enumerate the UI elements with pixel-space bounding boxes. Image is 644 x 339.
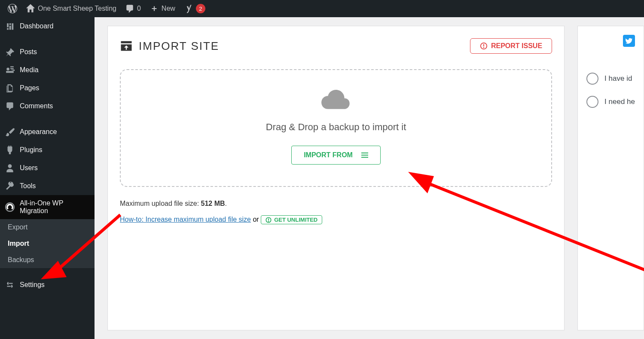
media-icon [5,65,15,75]
page-title: IMPORT SITE [120,40,219,53]
brush-icon [5,127,15,137]
notification-badge: 2 [196,4,205,13]
wordpress-icon [8,4,17,13]
submenu-import[interactable]: Import [0,235,95,252]
menu-appearance[interactable]: Appearance [0,123,95,141]
yoast-link[interactable]: 2 [180,0,210,17]
drop-instruction: Drag & Drop a backup to import it [129,122,543,133]
menu-settings[interactable]: Settings [0,276,95,294]
menu-plugins[interactable]: Plugins [0,141,95,159]
menu-tools[interactable]: Tools [0,177,95,195]
feedback-option-1[interactable]: I have id [586,73,635,85]
menu-dashboard[interactable]: Dashboard [0,17,95,35]
yoast-icon [184,4,193,13]
svg-point-0 [6,68,9,71]
users-icon [5,163,15,173]
radio-icon [586,73,598,85]
ai1wm-icon [5,202,15,212]
submenu-backups[interactable]: Backups [0,252,95,268]
svg-point-5 [484,47,484,48]
twitter-icon [626,37,632,44]
ai1wm-submenu: Export Import Backups [0,219,95,268]
comment-count: 0 [137,5,141,12]
wp-logo[interactable] [3,0,21,17]
hamburger-icon [361,151,368,159]
howto-link[interactable]: How-to: Increase maximum upload file siz… [120,216,251,223]
comment-icon [125,4,134,13]
tools-icon [5,181,15,191]
comments-link[interactable]: 0 [121,0,145,17]
alert-icon [480,42,488,50]
info-icon [266,217,272,223]
feedback-option-2[interactable]: I need he [586,96,635,108]
import-site-icon [120,40,133,52]
comments-icon [5,101,15,111]
max-upload-size: Maximum upload file size: 512 MB. [120,200,552,208]
cloud-upload-icon [321,87,351,113]
import-card: IMPORT SITE REPORT ISSUE Drag & Drop a b… [107,26,565,330]
site-name-text: One Smart Sheep Testing [38,5,116,12]
submenu-export[interactable]: Export [0,219,95,235]
pin-icon [5,47,15,57]
settings-icon [5,280,15,290]
svg-point-1 [8,164,12,168]
menu-comments[interactable]: Comments [0,97,95,115]
dashboard-icon [5,21,15,31]
howto-row: How-to: Increase maximum upload file siz… [120,215,552,224]
menu-posts[interactable]: Posts [0,43,95,61]
menu-pages[interactable]: Pages [0,79,95,97]
plugin-icon [5,145,15,155]
content-area: IMPORT SITE REPORT ISSUE Drag & Drop a b… [95,17,644,339]
home-icon [26,4,35,13]
site-name-link[interactable]: One Smart Sheep Testing [21,0,121,17]
new-link[interactable]: New [145,0,180,17]
report-issue-button[interactable]: REPORT ISSUE [470,38,552,54]
menu-ai1wm[interactable]: All-in-One WP Migration [0,195,95,219]
plus-icon [150,4,159,13]
admin-bar: One Smart Sheep Testing 0 New 2 [0,0,644,17]
pages-icon [5,83,15,93]
admin-sidebar: Dashboard Posts Media Pages Comments App… [0,17,95,339]
menu-users[interactable]: Users [0,159,95,177]
dropzone[interactable]: Drag & Drop a backup to import it IMPORT… [120,69,552,187]
twitter-button[interactable] [623,35,635,47]
feedback-card: I have id I need he [577,26,644,330]
import-from-button[interactable]: IMPORT FROM [291,146,381,165]
get-unlimited-button[interactable]: GET UNLIMITED [261,215,322,224]
menu-media[interactable]: Media [0,61,95,79]
svg-point-8 [269,221,269,221]
new-label: New [162,5,175,12]
radio-icon [586,96,598,108]
